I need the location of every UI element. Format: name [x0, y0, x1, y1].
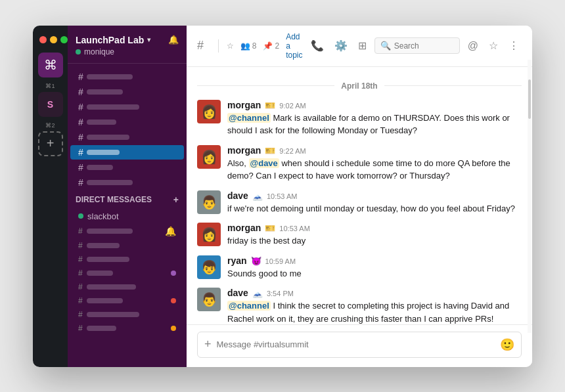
- channel-item[interactable]: #: [70, 115, 184, 129]
- dm-bar: [87, 298, 123, 303]
- notification-bell-icon[interactable]: 🔔: [168, 35, 179, 45]
- dm-item[interactable]: #: [70, 308, 184, 321]
- dm-add-icon[interactable]: +: [173, 194, 179, 205]
- channel-name-bar: [87, 120, 116, 125]
- main-content: # ☆ 👥 8 📌 2 Add a topic 📞 ⚙️ ⊞: [187, 26, 532, 367]
- message: 👩 morgan 🎫 9:22 AM Also, @dave when shou…: [197, 145, 522, 183]
- emoji-picker-icon[interactable]: 🙂: [500, 338, 514, 352]
- message-header: dave 🗻 3:54 PM: [227, 288, 522, 298]
- dm-item-slackbot[interactable]: slackbot: [70, 209, 184, 223]
- message: 👦 ryan 😈 10:59 AM Sounds good to me: [197, 255, 522, 280]
- scroll-thumb[interactable]: [528, 79, 531, 119]
- settings-icon[interactable]: ⚙️: [332, 37, 350, 54]
- star-icon[interactable]: ☆: [486, 37, 501, 54]
- channel-item[interactable]: #: [70, 160, 184, 175]
- layout-icon[interactable]: ⊞: [355, 37, 369, 54]
- message: 👩 morgan 🎫 9:02 AM @channel Mark is avai…: [197, 100, 522, 137]
- date-divider: April 18th: [197, 81, 522, 91]
- channel-hash-icon: #: [78, 147, 83, 158]
- channel-hash-icon: #: [78, 87, 83, 97]
- workspace-title: LaunchPad Lab: [76, 35, 144, 45]
- message: 👨 dave 🗻 10:53 AM if we're not demoing u…: [197, 190, 522, 215]
- dm-item[interactable]: #: [70, 267, 184, 280]
- channel-item-active[interactable]: #: [70, 145, 184, 160]
- workspace-1-icon[interactable]: ⌘: [38, 53, 63, 77]
- messages-area: April 18th 👩 morgan 🎫 9:02 AM @channel M…: [187, 67, 532, 324]
- author-emoji: 🎫: [265, 146, 275, 156]
- message-author: dave: [227, 190, 248, 201]
- workspace-1-label: ⌘1: [45, 83, 55, 89]
- channel-hash-icon: #: [78, 102, 83, 112]
- author-emoji: 🗻: [252, 288, 263, 298]
- scrollbar[interactable]: [528, 60, 531, 333]
- avatar-image: 👩: [197, 100, 221, 123]
- channel-item[interactable]: #: [70, 130, 184, 144]
- search-input[interactable]: [394, 41, 454, 51]
- message-time: 3:54 PM: [267, 290, 294, 297]
- avatar-image: 👦: [197, 255, 221, 279]
- date-line-left: [197, 85, 334, 86]
- avatar: 👩: [197, 100, 221, 123]
- avatar: 👩: [197, 145, 221, 169]
- header-star-icon[interactable]: ☆: [227, 41, 234, 51]
- avatar-image: 👨: [197, 288, 221, 311]
- dm-item[interactable]: #: [70, 280, 184, 294]
- message-header: dave 🗻 10:53 AM: [227, 190, 522, 201]
- channel-name-bar: [87, 150, 120, 155]
- header-actions: 📞 ⚙️ ⊞ 🔍 @ ☆ ⋮: [308, 37, 522, 54]
- channel-hash-icon: #: [78, 132, 83, 142]
- at-icon[interactable]: @: [465, 37, 481, 54]
- dm-item[interactable]: #: [70, 294, 184, 307]
- message-content: dave 🗻 3:54 PM @channel I think the secr…: [227, 288, 522, 324]
- message: 👨 dave 🗻 3:54 PM @channel I think the se…: [197, 288, 522, 324]
- avatar: 👨: [197, 288, 221, 311]
- add-workspace-button[interactable]: +: [38, 131, 63, 156]
- message-text: if we're not demoing until monday or tue…: [227, 202, 522, 215]
- minimize-button[interactable]: [50, 36, 57, 43]
- dm-item[interactable]: #: [70, 322, 184, 335]
- workspace-name[interactable]: LaunchPad Lab ▾ 🔔: [76, 35, 179, 45]
- channel-item[interactable]: #: [70, 70, 184, 84]
- add-topic-link[interactable]: Add a topic: [286, 32, 303, 60]
- channel-item[interactable]: #: [70, 100, 184, 114]
- dm-hash-icon: #: [78, 310, 83, 319]
- avatar-image: 👩: [197, 223, 221, 246]
- maximize-button[interactable]: [60, 36, 68, 43]
- dm-section-label: DIRECT MESSAGES: [76, 195, 152, 204]
- avatar: 👦: [197, 255, 221, 279]
- dm-section-header[interactable]: DIRECT MESSAGES +: [68, 190, 187, 209]
- phone-icon[interactable]: 📞: [308, 37, 327, 54]
- message-input[interactable]: [217, 339, 495, 349]
- channel-hash-icon: #: [78, 162, 83, 173]
- dm-hash-icon: #: [78, 241, 83, 250]
- dm-bar: [87, 312, 139, 317]
- message-header: morgan 🎫 10:53 AM: [227, 223, 522, 233]
- more-options-icon[interactable]: ⋮: [506, 37, 522, 54]
- dm-hash-icon: #: [78, 324, 83, 333]
- mention: @channel: [227, 301, 271, 311]
- message-time: 9:02 AM: [279, 102, 305, 110]
- attach-icon[interactable]: +: [204, 338, 212, 351]
- channel-item[interactable]: #: [70, 85, 184, 99]
- workspace-2-icon[interactable]: S: [38, 92, 63, 117]
- dm-item[interactable]: # 🔔: [70, 224, 184, 238]
- icon-rail: ⌘ ⌘1 S ⌘2 +: [33, 26, 68, 367]
- dm-name: slackbot: [87, 211, 119, 221]
- channel-name-bar: [87, 89, 123, 95]
- close-button[interactable]: [39, 36, 47, 43]
- dm-bar: [87, 257, 129, 262]
- sidebar: LaunchPad Lab ▾ 🔔 monique # # #: [68, 26, 187, 367]
- message-text: @channel Mark is available for a demo on…: [227, 112, 522, 137]
- dm-item[interactable]: #: [70, 239, 184, 252]
- online-dot: [78, 213, 83, 219]
- message-text: @channel I think the secret to completin…: [227, 299, 522, 324]
- message-header: morgan 🎫 9:22 AM: [227, 145, 522, 156]
- dm-bar: [87, 326, 116, 331]
- app-window: ⌘ ⌘1 S ⌘2 + LaunchPad Lab ▾ 🔔 monique #: [33, 26, 532, 367]
- dm-hash-icon: #: [78, 227, 83, 236]
- member-count: 👥 8: [240, 41, 257, 51]
- dm-item[interactable]: #: [70, 253, 184, 266]
- channel-item[interactable]: #: [70, 175, 184, 190]
- channel-name-bar: [87, 104, 139, 110]
- mention: @dave: [249, 158, 279, 168]
